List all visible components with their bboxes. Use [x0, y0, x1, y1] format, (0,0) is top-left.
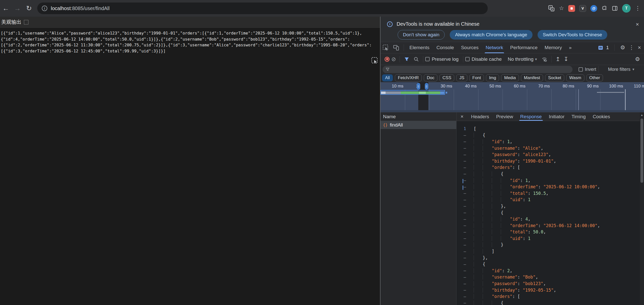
device-toolbar-icon[interactable] [393, 44, 400, 51]
fold-marker-icon[interactable]: – [457, 255, 470, 260]
fold-marker-icon[interactable]: – [457, 294, 470, 299]
disable-cache-checkbox[interactable] [465, 57, 470, 61]
fold-marker-icon[interactable]: – [457, 146, 470, 150]
forward-icon[interactable]: → [12, 5, 23, 12]
fold-marker-icon[interactable]: – [457, 300, 470, 305]
chip-fetch-xhr[interactable]: Fetch/XHR [395, 74, 422, 81]
translate-icon[interactable]: 文A [548, 5, 555, 12]
devtools-close-icon[interactable]: × [638, 44, 641, 51]
switch-devtools-to-chinese-button[interactable]: Switch DevTools to Chinese [538, 30, 608, 40]
filter-icon[interactable] [404, 56, 409, 62]
detail-tab-response[interactable]: Response [517, 112, 545, 121]
more-tabs-icon[interactable]: » [565, 42, 575, 53]
chip-doc[interactable]: Doc [424, 74, 437, 81]
fold-marker-icon[interactable]: – [457, 152, 470, 157]
scrollbar-up-icon[interactable]: ▲ [640, 113, 643, 116]
fold-marker-icon[interactable]: – [457, 178, 470, 183]
address-bar[interactable]: i localhost:8085/user/findAll [37, 3, 488, 14]
don-t-show-again-button[interactable]: Don't show again [398, 30, 445, 40]
filter-input[interactable] [383, 66, 573, 73]
reload-icon[interactable]: ↻ [23, 4, 35, 12]
network-conditions-icon[interactable] [541, 56, 547, 62]
detail-tab-preview[interactable]: Preview [493, 112, 517, 121]
chip-img[interactable]: Img [486, 74, 499, 81]
detail-tab-timing[interactable]: Timing [568, 112, 589, 121]
fold-marker-icon[interactable]: – [457, 217, 470, 222]
throttling-select[interactable]: No throttling [508, 56, 533, 62]
search-icon[interactable] [413, 56, 419, 62]
chip-css[interactable]: CSS [439, 74, 454, 81]
response-scrollbar[interactable]: ▲ [640, 112, 644, 305]
timeline-left-handle[interactable]: || [417, 83, 420, 90]
fold-marker-icon[interactable]: – [457, 159, 470, 163]
tab-elements[interactable]: Elements [406, 42, 433, 53]
throttling-caret-icon[interactable]: ▾ [535, 57, 537, 62]
detail-close-icon[interactable]: × [457, 114, 468, 119]
chip-media[interactable]: Media [501, 74, 519, 81]
fold-marker-icon[interactable]: – [457, 242, 470, 247]
export-har-icon[interactable]: ↧ [564, 56, 568, 63]
profile-avatar[interactable]: T [622, 4, 631, 13]
tab-memory[interactable]: Memory [541, 42, 565, 53]
import-har-icon[interactable]: ↥ [555, 56, 560, 63]
network-settings-icon[interactable]: ⚙ [635, 56, 640, 63]
tab-network[interactable]: Network [482, 42, 507, 53]
record-network-log-icon[interactable] [385, 57, 390, 62]
chrome-menu-icon[interactable]: ⋮ [635, 5, 640, 12]
devtools-settings-icon[interactable]: ⚙ [620, 44, 625, 51]
pretty-print-checkbox[interactable] [24, 20, 28, 24]
fold-marker-icon[interactable]: – [457, 191, 470, 196]
fold-marker-icon[interactable]: – [457, 281, 470, 286]
fold-marker-icon[interactable]: – [457, 204, 470, 208]
chip-other[interactable]: Other [586, 74, 603, 81]
detail-tab-cookies[interactable]: Cookies [589, 112, 614, 121]
invert-checkbox[interactable] [579, 67, 583, 72]
tab-sources[interactable]: Sources [458, 42, 482, 53]
request-row-findall[interactable]: {} findAll [381, 121, 456, 129]
fold-marker-icon[interactable]: – [457, 185, 470, 189]
chip-js[interactable]: JS [456, 74, 467, 81]
more-filters-button[interactable]: More filters ▾ [606, 67, 637, 72]
always-match-chrome-s-language-button[interactable]: Always match Chrome's language [450, 30, 533, 40]
chip-all[interactable]: All [382, 74, 393, 81]
scrollbar-thumb[interactable] [640, 118, 643, 183]
fold-marker-icon[interactable]: – [457, 171, 470, 176]
fold-marker-icon[interactable]: – [457, 288, 470, 292]
extensions-puzzle-icon[interactable] [601, 5, 608, 11]
fold-marker-icon[interactable]: – [457, 133, 470, 138]
chip-wasm[interactable]: Wasm [566, 74, 584, 81]
response-viewer[interactable]: 1[–{–"id": 1,–"username": "Alice",–"pass… [457, 121, 644, 305]
preserve-log-checkbox[interactable] [425, 57, 430, 61]
fold-marker-icon[interactable]: – [457, 236, 470, 241]
fold-marker-icon[interactable]: – [457, 249, 470, 254]
chip-socket[interactable]: Socket [545, 74, 564, 81]
chip-manifest[interactable]: Manifest [521, 74, 543, 81]
inspect-element-icon[interactable] [383, 44, 389, 51]
extension-at-icon[interactable]: @ [590, 5, 597, 12]
bookmark-star-icon[interactable]: ☆ [559, 5, 564, 12]
request-list-header[interactable]: Name [381, 112, 456, 121]
fold-marker-icon[interactable]: – [457, 230, 470, 234]
fold-marker-icon[interactable]: – [457, 165, 470, 170]
fold-marker-icon[interactable]: – [457, 210, 470, 215]
fold-marker-icon[interactable]: – [457, 223, 470, 228]
url-text[interactable]: localhost:8085/user/findAll [51, 6, 109, 11]
issues-count[interactable]: 1 [606, 45, 609, 50]
devtools-menu-icon[interactable]: ⋮ [629, 44, 634, 51]
site-info-icon[interactable]: i [42, 6, 47, 11]
fold-marker-icon[interactable]: – [457, 262, 470, 267]
fold-marker-icon[interactable]: – [457, 139, 470, 144]
back-icon[interactable]: ← [0, 5, 12, 12]
detail-tab-headers[interactable]: Headers [468, 112, 493, 121]
fold-marker-icon[interactable]: – [457, 275, 470, 280]
notification-close-icon[interactable]: × [636, 21, 639, 28]
timeline-right-handle[interactable]: || [425, 83, 428, 90]
detail-tab-initiator[interactable]: Initiator [545, 112, 568, 121]
console-drawer-icon[interactable] [598, 46, 603, 50]
clear-network-log-icon[interactable]: ⊘ [391, 56, 396, 63]
extension-red-icon[interactable] [568, 5, 575, 12]
chip-font[interactable]: Font [469, 74, 484, 81]
tab-performance[interactable]: Performance [507, 42, 541, 53]
network-overview-timeline[interactable]: 10 ms20 ms30 ms40 ms50 ms60 ms70 ms80 ms… [381, 82, 644, 112]
side-panel-icon[interactable] [612, 5, 618, 11]
